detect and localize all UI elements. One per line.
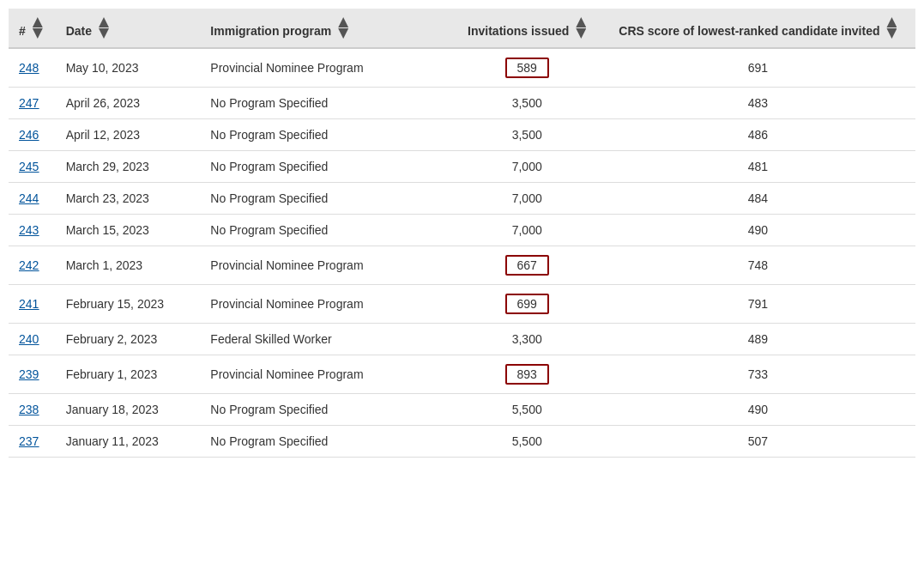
highlighted-value: 699 <box>505 294 549 314</box>
row-num-link[interactable]: 246 <box>19 128 39 142</box>
row-num-link[interactable]: 238 <box>19 403 39 416</box>
row-program: Provincial Nominee Program <box>200 48 453 88</box>
row-crs: 748 <box>601 246 915 285</box>
row-crs: 490 <box>601 215 915 246</box>
row-program: No Program Specified <box>200 394 453 426</box>
row-num[interactable]: 237 <box>9 426 56 458</box>
col-num-label: # <box>19 23 26 39</box>
row-date: May 10, 2023 <box>56 48 201 88</box>
sort-program-asc-icon[interactable] <box>338 17 348 27</box>
main-table-container: # Date <box>9 9 915 458</box>
row-date: January 18, 2023 <box>56 394 201 426</box>
table-row: 248May 10, 2023Provincial Nominee Progra… <box>9 48 915 88</box>
row-crs: 507 <box>601 426 915 458</box>
row-invitations: 667 <box>454 246 601 285</box>
row-date: January 11, 2023 <box>56 426 201 458</box>
row-num-link[interactable]: 239 <box>19 367 39 381</box>
row-invitations: 699 <box>454 285 601 324</box>
row-num[interactable]: 238 <box>9 394 56 426</box>
col-invitations-label: Invitations issued <box>468 23 569 39</box>
row-program: Provincial Nominee Program <box>200 355 453 394</box>
row-program: Federal Skilled Worker <box>200 324 453 355</box>
row-num[interactable]: 242 <box>9 246 56 285</box>
row-crs: 486 <box>601 119 915 151</box>
sort-num-asc-icon[interactable] <box>33 17 43 27</box>
row-num-link[interactable]: 248 <box>19 61 39 75</box>
col-program-label: Immigration program <box>210 23 331 39</box>
row-num[interactable]: 243 <box>9 215 56 246</box>
row-invitations: 7,000 <box>454 151 601 183</box>
highlighted-value: 667 <box>505 255 549 276</box>
table-body: 248May 10, 2023Provincial Nominee Progra… <box>9 48 915 458</box>
table-row: 246April 12, 2023No Program Specified3,5… <box>9 119 915 151</box>
row-invitations: 589 <box>454 48 601 88</box>
row-program: Provincial Nominee Program <box>200 285 453 324</box>
row-num[interactable]: 248 <box>9 48 56 88</box>
sort-date-desc-icon[interactable] <box>99 28 109 39</box>
col-num-sort[interactable] <box>33 17 43 39</box>
col-header-date: Date <box>56 9 201 48</box>
highlighted-value: 893 <box>505 364 549 385</box>
row-crs: 691 <box>601 48 915 88</box>
row-invitations: 5,500 <box>454 394 601 426</box>
col-header-num: # <box>9 9 56 48</box>
row-crs: 481 <box>601 151 915 183</box>
col-invitations-sort[interactable] <box>576 17 586 39</box>
row-num-link[interactable]: 237 <box>19 434 39 448</box>
row-program: No Program Specified <box>200 151 453 183</box>
row-date: February 2, 2023 <box>56 324 201 355</box>
table-row: 243March 15, 2023No Program Specified7,0… <box>9 215 915 246</box>
col-header-invitations: Invitations issued <box>454 9 601 48</box>
col-program-sort[interactable] <box>338 17 348 39</box>
table-row: 245March 29, 2023No Program Specified7,0… <box>9 151 915 183</box>
row-date: February 15, 2023 <box>56 285 201 324</box>
row-invitations: 3,500 <box>454 119 601 151</box>
row-num[interactable]: 245 <box>9 151 56 183</box>
row-crs: 791 <box>601 285 915 324</box>
sort-date-asc-icon[interactable] <box>99 17 109 27</box>
row-num[interactable]: 241 <box>9 285 56 324</box>
row-num[interactable]: 239 <box>9 355 56 394</box>
col-header-program: Immigration program <box>200 9 453 48</box>
row-program: No Program Specified <box>200 88 453 119</box>
row-num-link[interactable]: 240 <box>19 332 39 346</box>
row-num-link[interactable]: 242 <box>19 258 39 272</box>
sort-inv-asc-icon[interactable] <box>576 17 586 27</box>
row-invitations: 3,300 <box>454 324 601 355</box>
row-invitations: 3,500 <box>454 88 601 119</box>
col-header-crs: CRS score of lowest-ranked candidate inv… <box>601 9 915 48</box>
row-invitations: 893 <box>454 355 601 394</box>
row-num-link[interactable]: 247 <box>19 96 39 110</box>
row-invitations: 7,000 <box>454 183 601 215</box>
row-crs: 490 <box>601 394 915 426</box>
table-row: 244March 23, 2023No Program Specified7,0… <box>9 183 915 215</box>
row-invitations: 7,000 <box>454 215 601 246</box>
row-date: February 1, 2023 <box>56 355 201 394</box>
row-crs: 484 <box>601 183 915 215</box>
row-num[interactable]: 240 <box>9 324 56 355</box>
sort-crs-asc-icon[interactable] <box>886 17 897 27</box>
col-date-sort[interactable] <box>99 17 109 39</box>
row-date: March 29, 2023 <box>56 151 201 183</box>
sort-inv-desc-icon[interactable] <box>576 28 586 39</box>
row-program: No Program Specified <box>200 183 453 215</box>
col-crs-sort[interactable] <box>886 17 897 39</box>
row-num-link[interactable]: 241 <box>19 297 39 311</box>
row-crs: 733 <box>601 355 915 394</box>
row-program: No Program Specified <box>200 426 453 458</box>
sort-crs-desc-icon[interactable] <box>886 28 897 39</box>
row-num[interactable]: 247 <box>9 88 56 119</box>
row-num[interactable]: 246 <box>9 119 56 151</box>
row-date: March 15, 2023 <box>56 215 201 246</box>
highlighted-value: 589 <box>505 58 549 78</box>
table-row: 237January 11, 2023No Program Specified5… <box>9 426 915 458</box>
row-num-link[interactable]: 243 <box>19 223 39 237</box>
row-num-link[interactable]: 245 <box>19 160 39 173</box>
sort-num-desc-icon[interactable] <box>33 28 43 39</box>
immigration-table: # Date <box>9 9 915 458</box>
sort-program-desc-icon[interactable] <box>338 28 348 39</box>
row-num[interactable]: 244 <box>9 183 56 215</box>
row-program: Provincial Nominee Program <box>200 246 453 285</box>
row-num-link[interactable]: 244 <box>19 191 39 205</box>
row-date: April 12, 2023 <box>56 119 201 151</box>
